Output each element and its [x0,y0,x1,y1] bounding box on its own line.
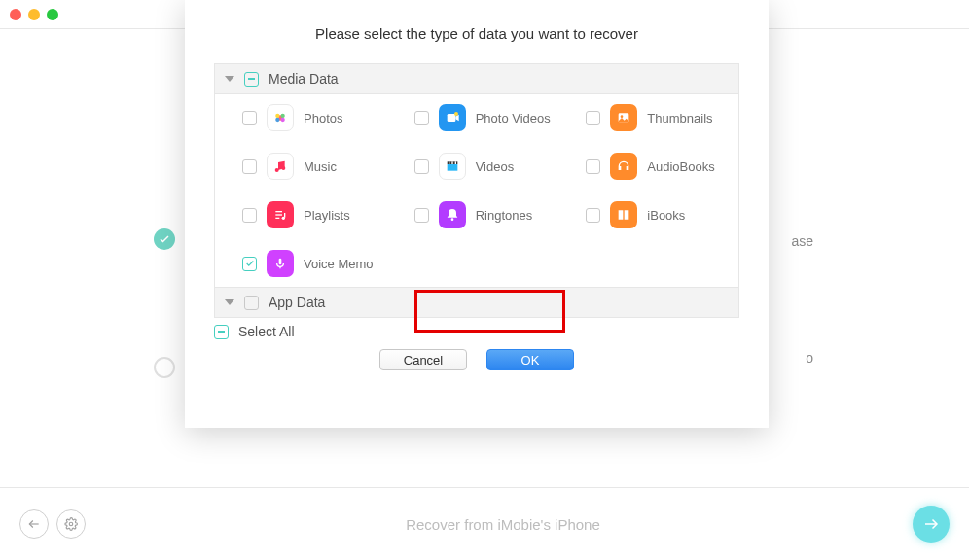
svg-point-7 [281,118,285,122]
label-photos: Photos [304,111,342,125]
checkbox-photo-videos[interactable] [414,111,429,125]
item-videos[interactable]: Videos [391,153,563,180]
media-data-section-header[interactable]: Media Data [214,63,739,94]
chevron-down-icon [225,299,234,305]
item-music[interactable]: Music [219,153,391,180]
background-text: ase [791,233,813,249]
label-ibooks: iBooks [647,208,685,223]
next-button[interactable] [913,506,950,542]
media-items-container: Photos Photo Videos Thumbnails [214,94,739,287]
voice-memo-icon [267,250,294,277]
item-voice-memo[interactable]: Voice Memo [219,250,391,277]
settings-button[interactable] [56,509,86,539]
appdata-section-label: App Data [269,295,325,310]
svg-point-25 [450,218,453,221]
checkbox-audiobooks[interactable] [586,159,600,174]
svg-point-13 [275,168,279,172]
close-window-button[interactable] [10,9,21,20]
item-photo-videos[interactable]: Photo Videos [391,104,563,131]
background-steps [154,228,175,485]
photo-videos-icon [439,104,466,131]
checkbox-videos[interactable] [414,159,429,174]
svg-point-1 [69,522,73,526]
item-ibooks[interactable]: iBooks [562,201,735,228]
item-audiobooks[interactable]: AudioBooks [562,153,735,180]
app-data-section-header[interactable]: App Data [214,287,739,318]
back-button[interactable] [19,509,49,539]
minimize-window-button[interactable] [28,9,40,20]
item-thumbnails[interactable]: Thumbnails [562,104,735,131]
ibooks-icon [610,201,637,228]
svg-point-10 [454,112,458,116]
svg-point-5 [281,114,285,118]
svg-rect-18 [451,161,452,164]
label-thumbnails: Thumbnails [647,111,712,125]
svg-rect-15 [447,164,457,171]
svg-point-4 [275,114,279,118]
svg-rect-19 [454,161,455,164]
maximize-window-button[interactable] [47,9,58,20]
chevron-down-icon [225,76,234,82]
checkbox-ibooks[interactable] [586,208,600,223]
photos-icon [267,104,294,131]
item-ringtones[interactable]: Ringtones [391,201,563,228]
svg-point-12 [621,115,624,118]
label-ringtones: Ringtones [476,208,533,223]
label-photo-videos: Photo Videos [476,111,551,125]
svg-rect-17 [449,161,449,164]
label-videos: Videos [476,159,515,174]
media-section-checkbox[interactable] [244,72,259,87]
select-all-row[interactable]: Select All [214,324,739,339]
select-all-checkbox[interactable] [214,325,229,339]
label-playlists: Playlists [304,208,350,223]
thumbnails-icon [610,104,637,131]
label-music: Music [304,159,337,174]
videos-icon [439,153,466,180]
select-all-label: Select All [238,324,295,339]
checkbox-ringtones[interactable] [414,208,429,223]
checkbox-thumbnails[interactable] [586,111,600,125]
ringtones-icon [439,201,466,228]
svg-rect-24 [284,213,285,218]
step-complete-icon [154,228,175,250]
svg-rect-22 [275,218,279,219]
music-icon [267,153,294,180]
item-playlists[interactable]: Playlists [219,201,391,228]
svg-point-6 [275,118,279,122]
cancel-button[interactable]: Cancel [379,349,467,370]
step-pending-icon [154,357,175,378]
media-section-label: Media Data [269,71,339,87]
label-voice-memo: Voice Memo [304,257,374,271]
appdata-section-checkbox[interactable] [244,296,259,310]
data-type-modal: Please select the type of data you want … [185,0,769,428]
svg-rect-8 [447,114,455,122]
svg-point-14 [281,166,285,170]
footer-bar: Recover from iMobie's iPhone [0,487,969,560]
checkbox-music[interactable] [242,159,257,174]
checkbox-voice-memo[interactable] [242,257,257,271]
footer-title: Recover from iMobie's iPhone [93,516,913,533]
playlists-icon [267,201,294,228]
modal-button-row: Cancel OK [185,339,769,370]
audiobooks-icon [610,153,637,180]
svg-rect-21 [275,214,282,215]
svg-rect-26 [279,259,282,265]
ok-button[interactable]: OK [486,349,574,370]
modal-title: Please select the type of data you want … [185,0,769,63]
svg-rect-20 [275,211,282,212]
item-photos[interactable]: Photos [219,104,391,131]
background-text: o [806,350,813,366]
label-audiobooks: AudioBooks [647,159,714,174]
checkbox-photos[interactable] [242,111,257,125]
checkbox-playlists[interactable] [242,208,257,223]
